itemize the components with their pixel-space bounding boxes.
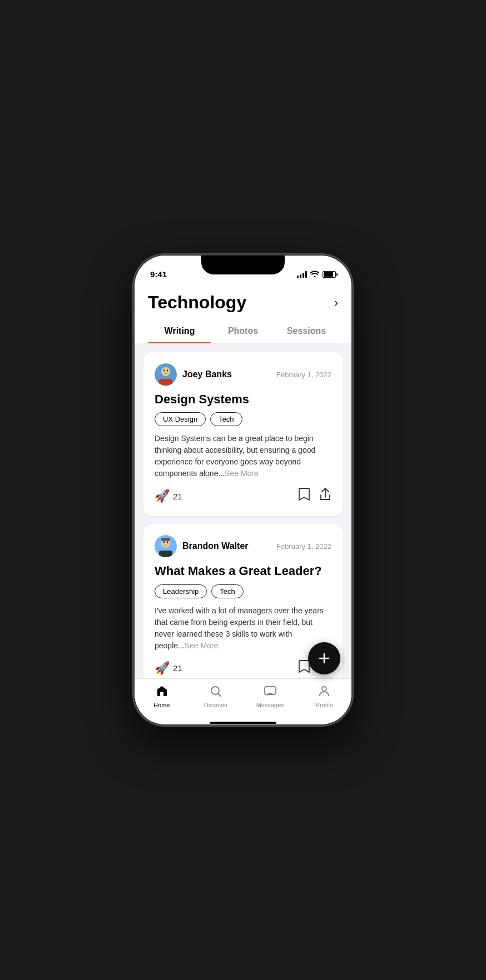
svg-point-10 — [163, 541, 165, 543]
svg-rect-8 — [159, 551, 172, 557]
post-date: February 1, 2022 — [276, 542, 331, 551]
nav-label-profile: Profile — [316, 702, 333, 708]
status-icons — [297, 270, 336, 279]
main-content: Technology › Writing Photos Sessions — [135, 283, 351, 678]
page-title: Technology — [148, 292, 246, 313]
nav-item-messages[interactable]: Messages — [243, 679, 297, 713]
tag-leadership[interactable]: Leadership — [155, 584, 207, 598]
rocket-count: 🚀 21 — [155, 489, 182, 503]
signal-icon — [297, 271, 307, 278]
card-actions — [298, 487, 331, 505]
phone-screen: 9:41 — [135, 256, 351, 724]
svg-rect-19 — [160, 692, 163, 696]
author-info: Brandon Walter — [155, 535, 249, 557]
article-tags: UX Design Tech — [155, 412, 331, 426]
author-info: Joey Banks — [155, 363, 232, 386]
messages-icon — [264, 684, 277, 700]
nav-item-home[interactable]: Home — [135, 679, 189, 713]
card-header: Brandon Walter February 1, 2022 — [155, 535, 331, 557]
articles-list: Joey Banks February 1, 2022 Design Syste… — [135, 343, 351, 678]
article-title: Design Systems — [155, 392, 331, 407]
rocket-icon: 🚀 — [155, 489, 170, 503]
author-name: Joey Banks — [182, 369, 232, 379]
card-header: Joey Banks February 1, 2022 — [155, 363, 331, 386]
tab-photos[interactable]: Photos — [211, 319, 275, 343]
svg-point-22 — [322, 687, 326, 691]
tab-writing[interactable]: Writing — [148, 319, 211, 343]
nav-item-discover[interactable]: Discover — [189, 679, 244, 713]
tag-tech-2[interactable]: Tech — [211, 584, 243, 598]
tab-bar: Writing Photos Sessions — [148, 319, 338, 343]
tag-tech-1[interactable]: Tech — [210, 412, 242, 426]
nav-label-discover: Discover — [204, 702, 228, 708]
tag-ux-design[interactable]: UX Design — [155, 412, 206, 426]
nav-item-profile[interactable]: Profile — [297, 679, 352, 713]
svg-point-4 — [163, 369, 165, 372]
bottom-nav: Home Discover Messages — [135, 678, 351, 724]
phone-frame: 9:41 — [135, 256, 351, 724]
avatar — [155, 363, 177, 386]
nav-label-messages: Messages — [256, 702, 284, 708]
post-date: February 1, 2022 — [276, 371, 331, 379]
share-icon[interactable] — [319, 487, 331, 505]
profile-icon — [318, 684, 331, 700]
article-excerpt: Design Systems can be a great place to b… — [155, 433, 331, 479]
rocket-icon: 🚀 — [155, 661, 170, 676]
card-footer: 🚀 21 — [155, 487, 331, 505]
svg-rect-2 — [159, 379, 172, 386]
card-footer: 🚀 21 — [155, 659, 331, 677]
notch — [201, 256, 285, 274]
chevron-right-icon[interactable]: › — [334, 296, 338, 309]
tab-sessions[interactable]: Sessions — [275, 319, 338, 343]
nav-label-home: Home — [153, 702, 170, 708]
svg-point-11 — [167, 541, 168, 543]
home-icon — [155, 684, 168, 700]
author-name: Brandon Walter — [182, 541, 249, 551]
page-header: Technology › Writing Photos Sessions — [135, 283, 351, 343]
wifi-icon — [310, 270, 319, 279]
svg-rect-12 — [161, 538, 170, 541]
avatar — [155, 535, 177, 557]
battery-icon — [323, 271, 336, 278]
discover-icon — [209, 684, 222, 700]
fab-button[interactable] — [308, 642, 340, 674]
article-excerpt: I've worked with a lot of managers over … — [155, 605, 331, 652]
svg-point-5 — [167, 369, 168, 372]
article-card[interactable]: Joey Banks February 1, 2022 Design Syste… — [143, 352, 343, 516]
article-tags: Leadership Tech — [155, 584, 331, 598]
bookmark-icon[interactable] — [298, 487, 310, 505]
status-time: 9:41 — [150, 269, 167, 279]
see-more-link[interactable]: See More — [185, 641, 219, 650]
article-title: What Makes a Great Leader? — [155, 564, 331, 578]
see-more-link[interactable]: See More — [225, 469, 259, 478]
rocket-count: 🚀 21 — [155, 661, 182, 676]
